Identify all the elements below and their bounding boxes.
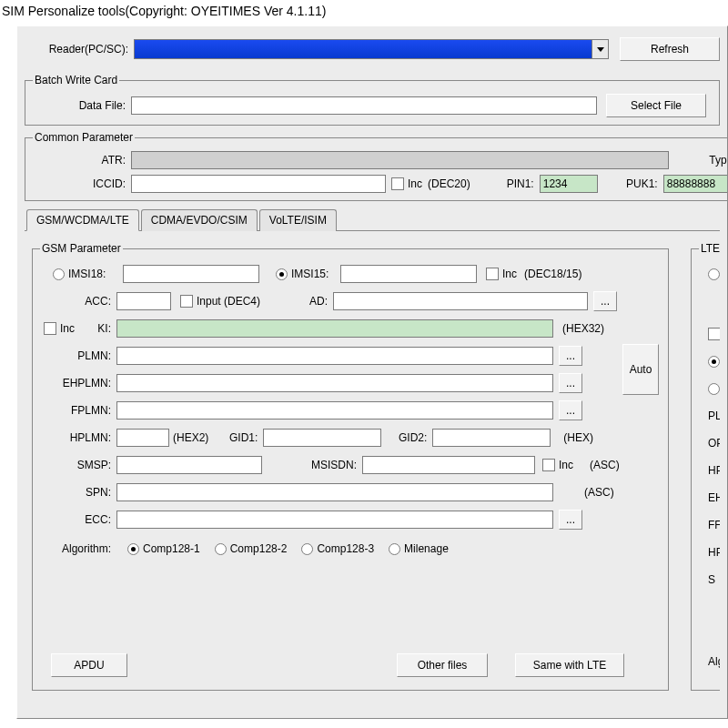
smsp-asc-label: (ASC) — [590, 459, 620, 471]
spn-input[interactable] — [116, 483, 553, 501]
chevron-down-icon — [597, 47, 604, 52]
msisdn-inc-checkbox[interactable] — [542, 459, 555, 471]
type-label: Type: — [696, 154, 728, 167]
iccid-label: ICCID: — [31, 177, 131, 190]
ad-browse-button[interactable]: ... — [593, 291, 617, 311]
gsm-legend: GSM Parameter — [40, 242, 123, 255]
alg-comp128-2-label: Comp128-2 — [230, 542, 288, 555]
lte-ehf-label: EHF — [708, 491, 720, 504]
alg-comp128-2-radio[interactable] — [215, 543, 227, 555]
ad-input[interactable] — [333, 292, 588, 310]
lte-radio-1[interactable] — [708, 356, 720, 368]
plmn-input[interactable] — [116, 347, 553, 365]
datafile-label: Data File: — [31, 99, 131, 112]
fplmn-input[interactable] — [116, 401, 553, 420]
acc-input-label: Input (DEC4) — [197, 295, 260, 308]
gid2-input[interactable] — [432, 429, 551, 447]
ehplmn-browse-button[interactable]: ... — [559, 373, 582, 393]
datafile-input[interactable] — [131, 96, 597, 115]
tab-panel: GSM Parameter IMSI18: IMSI15: Inc (DEC18… — [25, 230, 720, 694]
ki-input[interactable] — [116, 319, 553, 338]
ehplmn-input[interactable] — [116, 374, 553, 392]
imsi15-input[interactable] — [340, 265, 477, 283]
hplmn-label: HPLMN: — [38, 431, 116, 444]
alg-comp128-1-radio[interactable] — [127, 543, 139, 555]
refresh-button[interactable]: Refresh — [620, 37, 720, 61]
ki-label: KI: — [84, 322, 116, 335]
imsi-inc-checkbox[interactable] — [486, 268, 499, 280]
fplmn-label: FPLMN: — [38, 404, 116, 417]
common-fieldset: Common Parameter ATR: Type: ICCID: Inc (… — [25, 131, 728, 201]
other-files-button[interactable]: Other files — [397, 653, 488, 677]
msisdn-inc-label: Inc — [559, 459, 573, 471]
imsi-inc-label: Inc — [502, 268, 517, 280]
puk1-input[interactable] — [663, 175, 728, 193]
lte-alg-label: Alg — [708, 655, 720, 668]
tab-strip: GSM/WCDMA/LTE CDMA/EVDO/CSIM VoLTE/ISIM — [26, 208, 727, 230]
ecc-input[interactable] — [116, 511, 553, 529]
alg-milenage-radio[interactable] — [389, 543, 400, 555]
same-with-lte-button[interactable]: Same with LTE — [515, 653, 624, 677]
puk1-label: PUK1: — [618, 177, 663, 190]
imsi18-input[interactable] — [123, 265, 259, 283]
window-title: SIM Personalize tools(Copyright: OYEITIM… — [0, 0, 728, 25]
reader-label: Reader(PC/SC): — [25, 43, 134, 56]
hplmn-input[interactable] — [116, 429, 169, 447]
alg-milenage-label: Milenage — [404, 542, 449, 555]
auto-button[interactable]: Auto — [622, 344, 659, 395]
apdu-button[interactable]: APDU — [51, 653, 127, 677]
select-file-button[interactable]: Select File — [606, 94, 706, 117]
gid2-label: GID2: — [381, 431, 432, 444]
tab-volte[interactable]: VoLTE/ISIM — [259, 209, 337, 231]
smsp-input[interactable] — [116, 456, 262, 474]
fplmn-browse-button[interactable]: ... — [559, 400, 582, 420]
gsm-fieldset: GSM Parameter IMSI18: IMSI15: Inc (DEC18… — [32, 242, 669, 691]
iccid-inc-checkbox[interactable] — [391, 177, 404, 190]
acc-input-checkbox[interactable] — [180, 295, 193, 308]
ki-inc-label: Inc — [60, 322, 84, 335]
imsi15-label: IMSI15: — [291, 268, 340, 280]
msisdn-input[interactable] — [362, 456, 535, 474]
acc-input[interactable] — [116, 292, 171, 310]
hex32-label: (HEX32) — [562, 322, 604, 335]
smsp-label: SMSP: — [38, 459, 116, 471]
iccid-input[interactable] — [131, 175, 386, 193]
imsi18-label: IMSI18: — [68, 268, 123, 280]
lte-in-checkbox[interactable] — [708, 328, 720, 340]
batch-fieldset: Batch Write Card Data File: Select File — [25, 74, 720, 126]
tab-gsm[interactable]: GSM/WCDMA/LTE — [26, 209, 139, 231]
gid1-label: GID1: — [217, 431, 263, 444]
spn-asc-label: (ASC) — [584, 486, 614, 499]
plmn-browse-button[interactable]: ... — [559, 346, 582, 366]
reader-combo-body[interactable] — [135, 40, 592, 58]
hex-label: (HEX) — [563, 431, 593, 444]
plmn-label: PLMN: — [38, 349, 116, 362]
lte-ff-label: FF — [708, 519, 720, 531]
lte-s-label: S — [708, 573, 715, 586]
iccid-inc-label: Inc — [408, 177, 422, 190]
tab-cdma[interactable]: CDMA/EVDO/CSIM — [141, 209, 258, 231]
msisdn-label: MSISDN: — [262, 459, 362, 471]
dec1815-label: (DEC18/15) — [524, 268, 581, 280]
gid1-input[interactable] — [263, 429, 381, 447]
ad-label: AD: — [260, 295, 333, 308]
atr-input — [131, 151, 669, 169]
atr-label: ATR: — [31, 154, 131, 167]
pin1-input[interactable] — [540, 175, 598, 193]
alg-comp128-3-radio[interactable] — [301, 543, 313, 555]
imsi15-radio[interactable] — [276, 268, 288, 280]
acc-label: ACC: — [38, 295, 116, 308]
ecc-browse-button[interactable]: ... — [559, 510, 582, 530]
ecc-label: ECC: — [38, 513, 116, 526]
ehplmn-label: EHPLMN: — [38, 377, 116, 389]
alg-comp128-1-label: Comp128-1 — [143, 542, 200, 555]
lte-im-radio[interactable] — [708, 268, 720, 280]
reader-combo-button[interactable] — [592, 40, 608, 58]
ki-inc-checkbox[interactable] — [44, 322, 56, 335]
lte-hplmn-label: HPLMN — [708, 464, 720, 477]
imsi18-radio[interactable] — [53, 268, 65, 280]
dec20-label: (DEC20) — [428, 177, 470, 190]
lte-radio-2[interactable] — [708, 383, 720, 395]
reader-combo[interactable] — [134, 39, 609, 59]
hex2-label: (HEX2) — [173, 431, 208, 444]
